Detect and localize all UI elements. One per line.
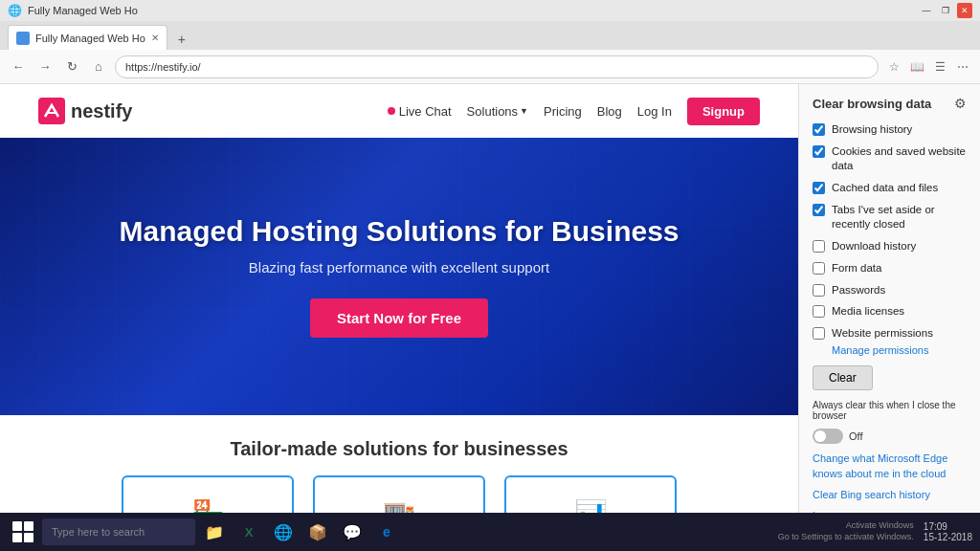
forward-button[interactable]: → — [34, 56, 56, 77]
checkbox-cache-input[interactable] — [813, 182, 825, 194]
restore-button[interactable] — [938, 3, 953, 18]
always-clear-toggle[interactable] — [813, 429, 843, 444]
panel-header: Clear browsing data ⚙ — [813, 96, 967, 111]
signup-button[interactable]: Signup — [687, 98, 760, 125]
tab-close-button[interactable]: ✕ — [151, 33, 159, 43]
pricing-link[interactable]: Pricing — [544, 104, 582, 119]
checkbox-forms-label: Form data — [832, 261, 881, 276]
active-tab[interactable]: Fully Managed Web Ho ✕ — [8, 25, 167, 50]
close-button[interactable] — [957, 3, 972, 18]
toggle-knob — [814, 430, 826, 442]
address-bar: ← → ↻ ⌂ ☆ 📖 ☰ ⋯ — [0, 50, 980, 84]
site-logo-text: nestify — [71, 100, 132, 122]
toggle-label: Off — [849, 430, 862, 442]
reload-button[interactable]: ↻ — [61, 56, 82, 77]
tab-favicon — [16, 32, 30, 45]
checkbox-downloads-input[interactable] — [813, 240, 825, 253]
edge-cloud-link[interactable]: Change what Microsoft Edge knows about m… — [813, 452, 967, 481]
tab-bar: Fully Managed Web Ho ✕ + — [0, 21, 980, 50]
taskbar-icon-app2[interactable]: 💬 — [337, 517, 368, 547]
checkbox-permissions-input[interactable] — [813, 327, 825, 340]
solutions-link[interactable]: Solutions ▼ — [467, 104, 528, 119]
always-clear-toggle-row: Off — [813, 429, 967, 444]
manage-permissions-link[interactable]: Manage permissions — [832, 344, 967, 356]
checkbox-passwords-label: Passwords — [832, 283, 885, 298]
checkbox-cache-label: Cached data and files — [832, 181, 938, 195]
solutions-dropdown-icon: ▼ — [520, 106, 528, 116]
checkbox-browsing-history-label: Browsing history — [832, 122, 912, 137]
main-area: nestify Live Chat Solutions ▼ Pricing Bl… — [0, 84, 980, 551]
checkbox-tabs-label: Tabs I've set aside or recently closed — [832, 203, 967, 231]
solutions-heading: Tailor-made solutions for businesses — [38, 438, 760, 460]
taskbar-icon-excel[interactable]: X — [234, 517, 264, 547]
site-logo: nestify — [38, 98, 132, 124]
activate-sub: Go to Settings to activate Windows. — [778, 532, 914, 543]
checkbox-tabs[interactable]: Tabs I've set aside or recently closed — [813, 203, 967, 231]
checkbox-browsing-history-input[interactable] — [813, 123, 825, 136]
live-chat-label: Live Chat — [399, 104, 452, 119]
checkbox-media-input[interactable] — [813, 305, 825, 318]
clear-button[interactable]: Clear — [813, 365, 873, 390]
bing-history-link[interactable]: Clear Bing search history — [813, 488, 967, 502]
panel-settings-icon[interactable]: ⚙ — [954, 96, 967, 111]
hero-heading: Managed Hosting Solutions for Business — [119, 215, 679, 248]
checkbox-passwords-input[interactable] — [813, 284, 825, 297]
checkbox-passwords[interactable]: Passwords — [813, 283, 967, 298]
home-button[interactable]: ⌂ — [88, 56, 109, 77]
taskbar-icon-app1[interactable]: 📦 — [302, 517, 333, 547]
always-clear-label: Always clear this when I close the brows… — [813, 400, 967, 421]
taskbar-icon-chrome[interactable]: 🌐 — [268, 517, 299, 547]
toolbar-icons: ☆ 📖 ☰ ⋯ — [884, 57, 972, 77]
nestify-logo-icon — [38, 98, 65, 124]
back-button[interactable]: ← — [8, 56, 29, 77]
checkbox-cache[interactable]: Cached data and files — [813, 181, 967, 195]
panel-title: Clear browsing data — [813, 97, 931, 111]
browser-favicon: 🌐 — [8, 4, 22, 17]
svg-rect-0 — [38, 98, 65, 124]
settings-icon[interactable]: ⋯ — [953, 57, 972, 77]
taskbar: Type here to search 📁 X 🌐 📦 💬 e Activate… — [0, 513, 980, 551]
reading-icon[interactable]: 📖 — [907, 57, 926, 77]
live-chat-link[interactable]: Live Chat — [388, 104, 452, 119]
hero-subheading: Blazing fast performance with excellent … — [119, 259, 679, 276]
start-button[interactable] — [8, 517, 38, 547]
hero-cta-button[interactable]: Start Now for Free — [310, 298, 488, 338]
taskbar-search-placeholder: Type here to search — [52, 526, 145, 538]
hero-section: Managed Hosting Solutions for Business B… — [0, 138, 798, 415]
taskbar-time: 17:09 15-12-2018 — [924, 521, 972, 542]
checkbox-cookies-label: Cookies and saved website data — [832, 144, 967, 173]
taskbar-right: Activate Windows Go to Settings to activ… — [778, 520, 972, 542]
checkbox-media[interactable]: Media licenses — [813, 304, 967, 319]
clear-browsing-panel: Clear browsing data ⚙ Browsing history C… — [798, 84, 980, 551]
blog-link[interactable]: Blog — [597, 104, 622, 119]
live-indicator — [388, 107, 395, 115]
solutions-label: Solutions — [467, 104, 518, 119]
checkbox-downloads-label: Download history — [832, 239, 916, 253]
checkbox-permissions-label: Website permissions — [832, 326, 933, 341]
address-input[interactable] — [115, 55, 879, 78]
always-clear-row: Always clear this when I close the brows… — [813, 400, 967, 421]
checkbox-forms-input[interactable] — [813, 262, 825, 275]
checkbox-cookies[interactable]: Cookies and saved website data — [813, 144, 967, 173]
hero-content: Managed Hosting Solutions for Business B… — [119, 215, 679, 338]
browser-title: Fully Managed Web Ho — [28, 5, 138, 16]
checkbox-media-label: Media licenses — [832, 304, 904, 319]
checkbox-browsing-history[interactable]: Browsing history — [813, 122, 967, 137]
new-tab-button[interactable]: + — [171, 29, 192, 50]
activate-windows-text: Activate Windows Go to Settings to activ… — [778, 520, 914, 542]
taskbar-search[interactable]: Type here to search — [42, 518, 195, 545]
minimize-button[interactable] — [919, 3, 934, 18]
checkbox-forms[interactable]: Form data — [813, 261, 967, 276]
checkbox-tabs-input[interactable] — [813, 204, 825, 216]
taskbar-icon-edge[interactable]: e — [371, 517, 402, 547]
website-content: nestify Live Chat Solutions ▼ Pricing Bl… — [0, 84, 798, 551]
hub-icon[interactable]: ☰ — [930, 57, 949, 77]
favorites-icon[interactable]: ☆ — [884, 57, 903, 77]
checkbox-cookies-input[interactable] — [813, 145, 825, 158]
checkbox-permissions[interactable]: Website permissions — [813, 326, 967, 341]
checkbox-downloads[interactable]: Download history — [813, 239, 967, 253]
title-bar: 🌐 Fully Managed Web Ho — [0, 0, 980, 21]
taskbar-icon-explorer[interactable]: 📁 — [199, 517, 230, 547]
activate-title: Activate Windows — [778, 520, 914, 532]
login-link[interactable]: Log In — [637, 104, 672, 119]
